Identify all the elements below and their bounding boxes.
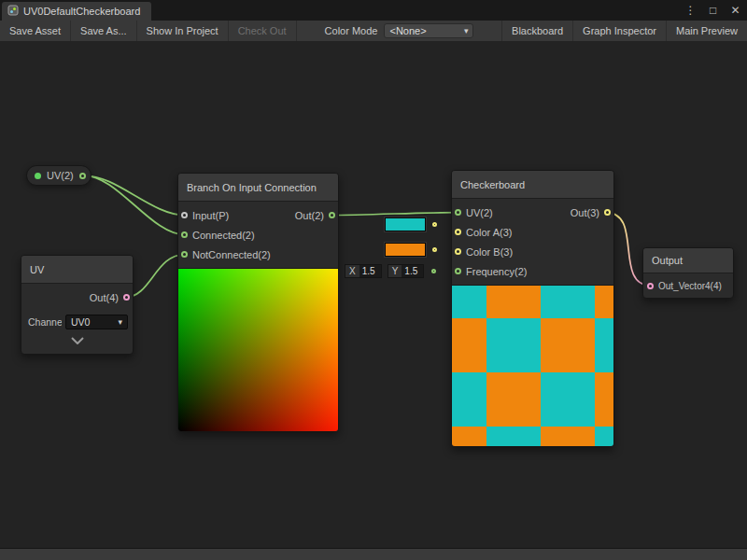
frequency-y-input[interactable]: 1.5 bbox=[402, 264, 424, 278]
uv-node-expander[interactable] bbox=[21, 329, 133, 354]
output-in-port[interactable] bbox=[647, 283, 654, 289]
blackboard-button[interactable]: Blackboard bbox=[501, 21, 572, 41]
save-as-button[interactable]: Save As... bbox=[71, 21, 137, 41]
branch-node-title[interactable]: Branch On Input Connection bbox=[178, 174, 338, 202]
edge-branch-to-checkerboard[interactable] bbox=[331, 213, 458, 216]
color-b-swatch[interactable] bbox=[385, 243, 426, 257]
window-close-icon[interactable]: ✕ bbox=[729, 3, 741, 18]
edge-uvprop-to-connected[interactable] bbox=[84, 175, 185, 235]
frequency-x-input[interactable]: 1.5 bbox=[359, 264, 382, 278]
branch-notconnected-port[interactable] bbox=[181, 251, 188, 258]
branch-input-ports: Input(P) Connected(2) NotConnected(2) bbox=[181, 205, 271, 264]
save-asset-button[interactable]: Save Asset bbox=[0, 21, 71, 41]
show-in-project-button[interactable]: Show In Project bbox=[137, 21, 229, 41]
chevron-down-icon: ▾ bbox=[118, 317, 122, 327]
node-uv-property[interactable]: UV(2) bbox=[26, 165, 92, 186]
shader-graph-icon bbox=[7, 3, 19, 20]
window-controls: ⋮ □ ✕ bbox=[684, 3, 741, 18]
checkerboard-frequency-label: Frequency(2) bbox=[466, 266, 527, 277]
checkerboard-out-label: Out(3) bbox=[571, 207, 599, 218]
main-preview-button[interactable]: Main Preview bbox=[666, 21, 747, 41]
edge-uvnode-to-notconnected[interactable] bbox=[125, 255, 185, 298]
branch-preview bbox=[178, 268, 338, 431]
edge-uvprop-to-input[interactable] bbox=[84, 175, 185, 216]
frequency-field: X 1.5 Y 1.5 bbox=[345, 264, 436, 278]
color-mode-group: Color Mode <None> ▾ bbox=[325, 21, 474, 41]
checkerboard-colorb-port[interactable] bbox=[455, 248, 461, 255]
color-a-swatch[interactable] bbox=[385, 217, 426, 231]
exposed-property-dot bbox=[35, 173, 41, 179]
color-mode-value: <None> bbox=[389, 25, 426, 36]
branch-connected-label: Connected(2) bbox=[192, 230, 255, 241]
uv-out-port[interactable] bbox=[123, 294, 130, 301]
uv-channel-label: Channe bbox=[28, 316, 62, 328]
branch-out-port[interactable] bbox=[329, 212, 335, 218]
checkerboard-uv-port[interactable] bbox=[455, 209, 461, 216]
window-maximize-icon[interactable]: □ bbox=[707, 3, 719, 18]
uv-output-ports: Out(4) bbox=[90, 287, 130, 307]
color-mode-dropdown[interactable]: <None> ▾ bbox=[384, 23, 473, 38]
checkerboard-colorb-label: Color B(3) bbox=[466, 246, 513, 258]
uv-channel-value: UV0 bbox=[71, 316, 90, 328]
uv-channel-row: Channe UV0 ▾ bbox=[28, 315, 128, 329]
checkerboard-out-port[interactable] bbox=[604, 209, 611, 216]
checkerboard-colora-port[interactable] bbox=[455, 229, 461, 235]
branch-input-label: Input(P) bbox=[192, 210, 229, 221]
check-out-button: Check Out bbox=[229, 21, 297, 41]
collapse-chevron-icon bbox=[70, 337, 85, 344]
uv-out-label: Out(4) bbox=[90, 292, 119, 303]
tab-title: UV0DefaultCheckerboard bbox=[23, 6, 140, 17]
branch-connected-port[interactable] bbox=[181, 231, 188, 238]
checkerboard-input-ports: UV(2) Color A(3) Color B(3) Frequency(2) bbox=[455, 203, 527, 281]
checkerboard-colora-label: Color A(3) bbox=[466, 227, 513, 238]
checkerboard-uv-label: UV(2) bbox=[466, 207, 493, 218]
graph-inspector-button[interactable]: Graph Inspector bbox=[572, 21, 666, 41]
output-port-label: Out_Vector4(4) bbox=[658, 281, 722, 291]
uv-node-title[interactable]: UV bbox=[21, 256, 133, 284]
frequency-y-label: Y bbox=[388, 264, 402, 278]
color-b-connector-dot[interactable] bbox=[432, 247, 437, 252]
checkerboard-preview bbox=[452, 285, 613, 446]
branch-input-port[interactable] bbox=[181, 212, 188, 218]
frequency-connector-dot[interactable] bbox=[431, 269, 436, 273]
color-mode-label: Color Mode bbox=[325, 25, 378, 36]
branch-output-ports: Out(2) bbox=[295, 205, 335, 264]
toolbar: Save Asset Save As... Show In Project Ch… bbox=[0, 21, 747, 41]
uv-channel-dropdown[interactable]: UV0 ▾ bbox=[65, 315, 128, 329]
graph-tab[interactable]: UV0DefaultCheckerboard bbox=[2, 2, 151, 21]
branch-notconnected-label: NotConnected(2) bbox=[192, 249, 271, 260]
chevron-down-icon: ▾ bbox=[464, 26, 469, 35]
color-a-connector-dot[interactable] bbox=[432, 222, 437, 227]
window-bottom-edge bbox=[0, 549, 747, 560]
branch-out-label: Out(2) bbox=[295, 210, 324, 221]
property-label: UV(2) bbox=[47, 170, 74, 181]
uvprop-output-port[interactable] bbox=[79, 173, 86, 179]
checkerboard-frequency-port[interactable] bbox=[455, 268, 461, 274]
node-output[interactable]: Output Out_Vector4(4) bbox=[642, 247, 734, 299]
color-b-field bbox=[385, 243, 437, 257]
node-checkerboard[interactable]: Checkerboard UV(2) Color A(3) Color B(3) bbox=[451, 170, 614, 447]
shader-graph-window: UV0DefaultCheckerboard ⋮ □ ✕ Save Asset … bbox=[0, 0, 747, 560]
window-menu-icon[interactable]: ⋮ bbox=[684, 3, 697, 18]
node-branch-on-input-connection[interactable]: Branch On Input Connection Input(P) Conn… bbox=[177, 173, 339, 432]
toolbar-right-group: Blackboard Graph Inspector Main Preview bbox=[501, 21, 747, 41]
node-uv[interactable]: UV Out(4) Channe UV0 ▾ bbox=[21, 255, 134, 355]
graph-canvas[interactable]: UV(2) Branch On Input Connection Input(P… bbox=[0, 41, 747, 549]
checkerboard-node-title[interactable]: Checkerboard bbox=[452, 171, 613, 199]
frequency-x-label: X bbox=[345, 264, 359, 278]
output-node-title[interactable]: Output bbox=[643, 248, 733, 273]
titlebar: UV0DefaultCheckerboard ⋮ □ ✕ bbox=[0, 0, 747, 21]
checkerboard-output-ports: Out(3) bbox=[571, 203, 611, 281]
color-a-field bbox=[385, 217, 437, 231]
